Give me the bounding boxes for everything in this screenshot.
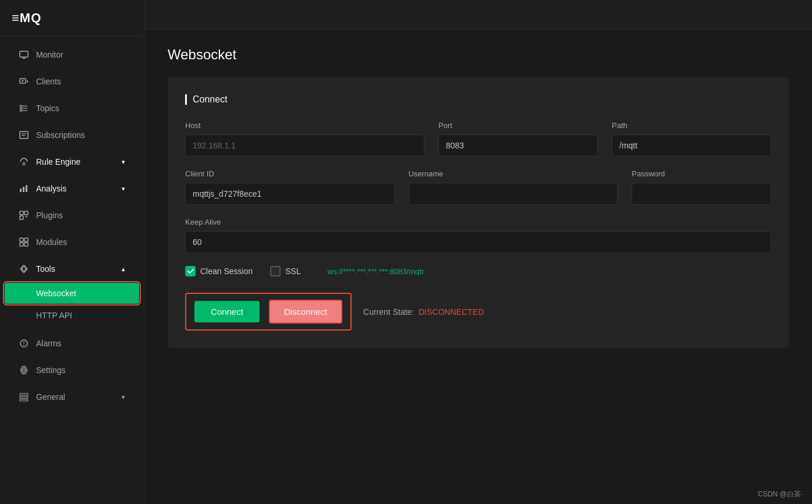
sidebar-item-plugins-label: Plugins [36, 211, 63, 220]
password-label: Password [632, 169, 771, 178]
sidebar-item-plugins[interactable]: Plugins [5, 203, 139, 228]
sidebar-item-subscriptions[interactable]: Subscriptions [5, 123, 139, 147]
sidebar-item-monitor-label: Monitor [36, 50, 63, 59]
clean-session-label: Clean Session [200, 267, 253, 276]
sidebar: ≡MQ Monitor Clients [0, 0, 144, 504]
sidebar-item-tools[interactable]: Tools ▴ [5, 257, 139, 281]
svg-rect-31 [20, 393, 28, 395]
general-chevron-icon: ▾ [122, 393, 125, 401]
subscriptions-icon [19, 130, 29, 140]
username-group: Username [409, 169, 618, 205]
page-title: Websocket [168, 47, 789, 63]
username-input[interactable] [409, 183, 618, 205]
clientid-group: Client ID [185, 169, 395, 205]
connect-card: Connect Host Port Path Clie [168, 77, 789, 348]
sidebar-item-general[interactable]: General ▾ [5, 385, 139, 409]
keepalive-group: Keep Alive [185, 218, 771, 253]
ws-url: ws://****.***.***.***:8083/mqtt [328, 267, 424, 276]
sidebar-item-alarms[interactable]: Alarms [5, 331, 139, 356]
port-label: Port [438, 121, 598, 130]
clean-session-checkbox[interactable] [185, 266, 196, 276]
analysis-chevron-icon: ▾ [122, 185, 125, 193]
ssl-group: SSL [270, 266, 300, 276]
tools-icon [19, 264, 29, 274]
svg-rect-18 [23, 187, 24, 192]
modules-icon [19, 237, 29, 247]
sidebar-item-monitor[interactable]: Monitor [5, 42, 139, 67]
sidebar-item-modules[interactable]: Modules [5, 230, 139, 254]
analysis-icon [19, 183, 29, 194]
svg-rect-24 [24, 238, 28, 242]
sidebar-item-settings-label: Settings [36, 365, 66, 375]
svg-rect-22 [20, 216, 23, 219]
host-input[interactable] [185, 134, 424, 157]
sidebar-sub-item-http-api[interactable]: HTTP API [5, 305, 139, 326]
rule-engine-chevron-icon: ▾ [122, 158, 125, 166]
form-row-3: Keep Alive [185, 218, 771, 253]
ssl-checkbox[interactable] [270, 266, 281, 276]
sidebar-item-rule-engine[interactable]: Rule Engine ▾ [5, 150, 139, 174]
main-content: Websocket Connect Host Port Path [144, 0, 812, 504]
clients-icon [19, 76, 29, 87]
sidebar-item-clients[interactable]: Clients [5, 69, 139, 94]
buttons-container: Connect Disconnect [185, 293, 352, 331]
port-input[interactable] [438, 134, 598, 157]
sidebar-item-rule-engine-label: Rule Engine [36, 157, 80, 166]
sidebar-item-alarms-label: Alarms [36, 339, 62, 348]
sidebar-sub-item-http-api-label: HTTP API [36, 311, 72, 320]
svg-rect-0 [20, 51, 28, 57]
form-row-1: Host Port Path [185, 121, 771, 157]
sidebar-sub-item-websocket-label: Websocket [36, 289, 76, 298]
password-input[interactable] [632, 183, 771, 205]
ssl-label: SSL [285, 267, 300, 276]
sidebar-item-modules-label: Modules [36, 237, 67, 247]
clientid-input[interactable] [185, 183, 395, 205]
svg-rect-23 [20, 238, 23, 242]
keepalive-input[interactable] [185, 231, 771, 253]
monitor-icon [19, 49, 29, 60]
current-state-label: Current State: [363, 307, 414, 317]
sidebar-item-tools-label: Tools [36, 264, 55, 274]
svg-rect-19 [26, 185, 27, 192]
svg-point-8 [20, 110, 22, 112]
connect-card-title: Connect [185, 94, 771, 105]
general-icon [19, 392, 29, 402]
sidebar-sub-item-websocket[interactable]: Websocket [5, 283, 139, 304]
svg-rect-12 [20, 132, 28, 139]
svg-rect-25 [20, 243, 23, 246]
current-state-value: DISCONNECTED [419, 307, 484, 317]
username-label: Username [409, 169, 618, 178]
sidebar-item-general-label: General [36, 392, 65, 402]
connect-button[interactable]: Connect [194, 301, 260, 322]
svg-rect-20 [20, 211, 23, 215]
port-group: Port [438, 121, 598, 157]
path-input[interactable] [612, 134, 771, 157]
clientid-label: Client ID [185, 169, 395, 178]
sidebar-item-analysis-label: Analysis [36, 184, 66, 193]
sidebar-item-settings[interactable]: Settings [5, 358, 139, 382]
svg-point-15 [23, 163, 25, 165]
svg-rect-21 [24, 211, 28, 215]
sidebar-item-clients-label: Clients [36, 77, 61, 86]
status-row: Current State: DISCONNECTED [363, 307, 484, 317]
sidebar-item-topics[interactable]: Topics [5, 96, 139, 120]
topics-icon [19, 103, 29, 113]
svg-rect-3 [20, 79, 26, 83]
svg-rect-26 [24, 243, 28, 246]
sidebar-logo: ≡MQ [0, 0, 144, 37]
sidebar-item-subscriptions-label: Subscriptions [36, 130, 85, 140]
tools-chevron-icon: ▴ [122, 265, 125, 273]
options-row: Clean Session SSL ws://****.***.***.***:… [185, 266, 771, 276]
page-content: Websocket Connect Host Port Path [144, 29, 812, 504]
sidebar-item-topics-label: Topics [36, 104, 59, 113]
settings-icon [19, 365, 29, 375]
svg-rect-33 [20, 399, 28, 401]
plugins-icon [19, 210, 29, 221]
svg-rect-32 [20, 396, 28, 398]
sidebar-item-analysis[interactable]: Analysis ▾ [5, 176, 139, 201]
form-row-2: Client ID Username Password [185, 169, 771, 205]
host-label: Host [185, 121, 424, 130]
disconnect-button[interactable]: Disconnect [269, 300, 342, 324]
footer-text: CSDN @白茶· [749, 485, 812, 504]
path-label: Path [612, 121, 771, 130]
